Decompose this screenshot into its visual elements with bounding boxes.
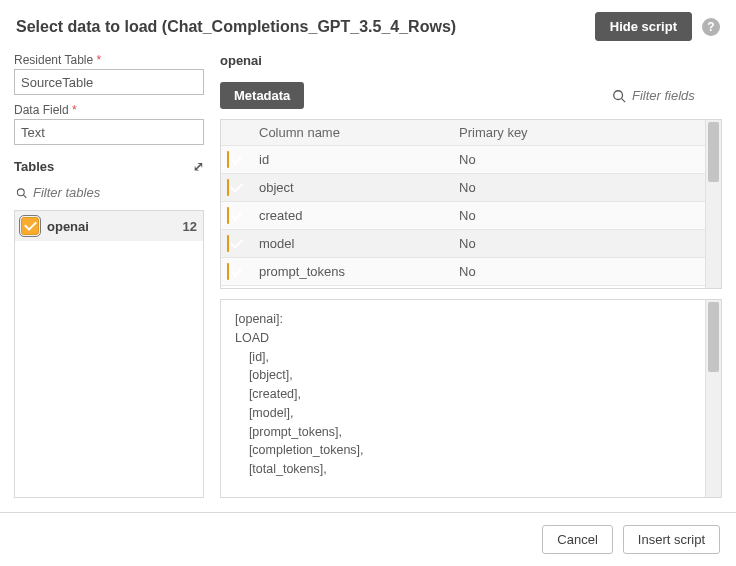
field-row[interactable]: prompt_tokens No — [221, 258, 705, 286]
data-field-label-text: Data Field — [14, 103, 69, 117]
field-row[interactable]: id No — [221, 146, 705, 174]
field-checkbox-icon[interactable] — [227, 235, 229, 252]
script-scrollbar[interactable] — [705, 300, 721, 497]
fields-table: Column name Primary key id No object No … — [220, 119, 722, 289]
tables-section-header: Tables ⤢ — [14, 153, 204, 179]
required-marker-icon: * — [97, 53, 102, 67]
field-row[interactable]: object No — [221, 174, 705, 202]
table-item-openai[interactable]: openai 12 — [15, 211, 203, 241]
resident-table-label-text: Resident Table — [14, 53, 93, 67]
dialog-body: Resident Table * Data Field * Tables ⤢ o… — [0, 53, 736, 506]
metadata-tab-button[interactable]: Metadata — [220, 82, 304, 109]
scrollbar-thumb[interactable] — [708, 302, 719, 372]
field-pk: No — [455, 236, 705, 251]
fields-scrollbar[interactable] — [705, 120, 721, 288]
field-name: id — [255, 152, 455, 167]
svg-line-3 — [622, 98, 626, 102]
table-item-name: openai — [47, 219, 175, 234]
field-name: model — [255, 236, 455, 251]
hide-script-button[interactable]: Hide script — [595, 12, 692, 41]
insert-script-button[interactable]: Insert script — [623, 525, 720, 554]
column-header-primary-key: Primary key — [455, 125, 705, 140]
tables-filter-input[interactable] — [33, 185, 202, 200]
data-field-input[interactable] — [14, 119, 204, 145]
tables-section-label: Tables — [14, 159, 54, 174]
left-panel: Resident Table * Data Field * Tables ⤢ o… — [14, 53, 204, 498]
field-checkbox-icon[interactable] — [227, 263, 229, 280]
right-panel: openai Metadata Column name Primary key … — [220, 53, 722, 498]
field-checkbox-icon[interactable] — [227, 151, 229, 168]
tables-list: openai 12 — [14, 210, 204, 498]
field-pk: No — [455, 152, 705, 167]
field-name: prompt_tokens — [255, 264, 455, 279]
fields-filter-row — [612, 88, 722, 103]
svg-line-1 — [24, 195, 27, 198]
fields-table-header: Column name Primary key — [221, 120, 705, 146]
field-pk: No — [455, 180, 705, 195]
search-icon — [16, 186, 27, 200]
selected-table-title: openai — [220, 53, 722, 68]
script-preview: [openai]: LOAD [id], [object], [created]… — [221, 300, 705, 497]
search-icon — [612, 89, 626, 103]
dialog-title: Select data to load (Chat_Completions_GP… — [16, 18, 585, 36]
required-marker-icon: * — [72, 103, 77, 117]
svg-point-0 — [17, 188, 24, 195]
dialog-footer: Cancel Insert script — [0, 512, 736, 566]
data-field-label: Data Field * — [14, 103, 204, 117]
field-checkbox-icon[interactable] — [227, 207, 229, 224]
scrollbar-thumb[interactable] — [708, 122, 719, 182]
tables-filter-row — [14, 179, 204, 206]
field-name: object — [255, 180, 455, 195]
field-row[interactable]: created No — [221, 202, 705, 230]
table-checkbox-icon[interactable] — [21, 217, 39, 235]
table-item-count: 12 — [183, 219, 197, 234]
field-row[interactable]: model No — [221, 230, 705, 258]
collapse-icon[interactable]: ⤢ — [193, 160, 204, 173]
field-checkbox-icon[interactable] — [227, 179, 229, 196]
right-toolbar: Metadata — [220, 82, 722, 109]
fields-filter-input[interactable] — [632, 88, 722, 103]
svg-point-2 — [614, 90, 623, 99]
field-pk: No — [455, 208, 705, 223]
help-icon[interactable]: ? — [702, 18, 720, 36]
script-preview-wrap: [openai]: LOAD [id], [object], [created]… — [220, 299, 722, 498]
dialog-header: Select data to load (Chat_Completions_GP… — [0, 0, 736, 53]
field-pk: No — [455, 264, 705, 279]
resident-table-label: Resident Table * — [14, 53, 204, 67]
field-name: created — [255, 208, 455, 223]
column-header-name: Column name — [255, 125, 455, 140]
resident-table-input[interactable] — [14, 69, 204, 95]
cancel-button[interactable]: Cancel — [542, 525, 612, 554]
